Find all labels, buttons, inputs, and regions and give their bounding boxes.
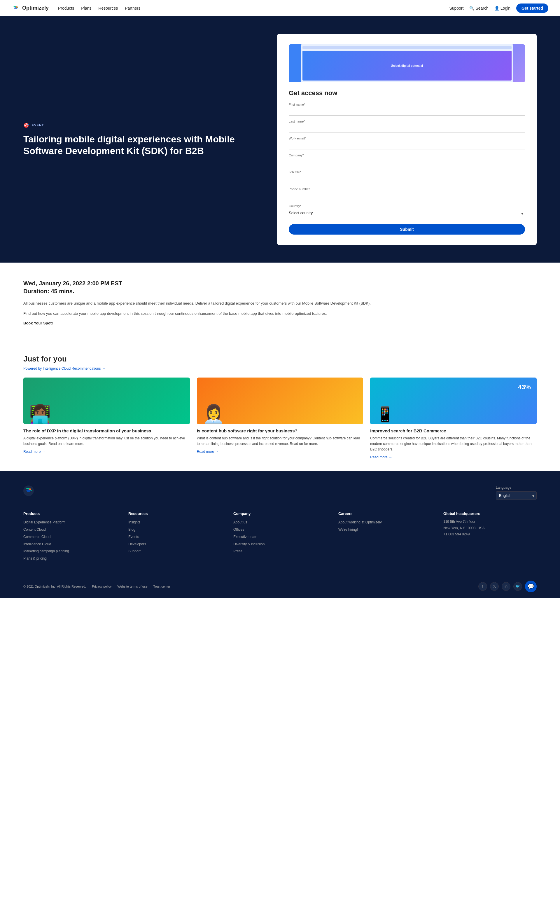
hq-heading: Global headquarters: [443, 512, 537, 516]
svg-point-1: [16, 6, 18, 8]
footer-col-company: Company About us Offices Executive team …: [233, 512, 327, 563]
nav-partners[interactable]: Partners: [125, 6, 140, 10]
card-1: The role of DXP in the digital transform…: [23, 378, 190, 459]
footer-link[interactable]: Marketing campaign planning: [23, 549, 117, 554]
card-2-read-more[interactable]: Read more →: [197, 450, 364, 454]
get-started-button[interactable]: Get started: [516, 3, 548, 13]
chevron-down-icon: ▾: [532, 494, 535, 498]
facebook-icon[interactable]: f: [478, 582, 487, 591]
privacy-policy-link[interactable]: Privacy policy: [92, 585, 111, 588]
nav-resources[interactable]: Resources: [98, 6, 118, 10]
event-icon: 🎯: [23, 123, 30, 128]
last-name-input[interactable]: [289, 124, 525, 132]
first-name-input[interactable]: [289, 107, 525, 116]
footer-link[interactable]: Insights: [128, 520, 222, 525]
footer-link[interactable]: Executive team: [233, 534, 327, 540]
card-2: Is content hub software right for your b…: [197, 378, 364, 459]
language-select[interactable]: English: [496, 491, 537, 500]
navbar-links: Products Plans Resources Partners: [58, 6, 140, 10]
logo-text: Optimizely: [22, 5, 49, 11]
card-1-image: [23, 378, 190, 424]
nav-plans[interactable]: Plans: [81, 6, 91, 10]
twitter-icon[interactable]: 𝕏: [490, 582, 499, 591]
cards-row: The role of DXP in the digital transform…: [23, 378, 537, 459]
hq-address: 119 5th Ave 7th floor New York, NY 10003…: [443, 519, 537, 538]
card-3-title: Improved search for B2B Commerce: [370, 428, 537, 433]
submit-button[interactable]: Submit: [289, 224, 525, 235]
nav-products[interactable]: Products: [58, 6, 74, 10]
footer-link[interactable]: Diversity & inclusion: [233, 542, 327, 547]
card-3-image: 43%: [370, 378, 537, 424]
footer-link[interactable]: We're hiring!: [338, 527, 432, 532]
work-email-label: Work email*: [289, 136, 525, 140]
powered-by-link[interactable]: Powered by Intelligence Cloud Recommenda…: [23, 366, 537, 370]
footer-link[interactable]: Support: [128, 549, 222, 554]
hero-title: Tailoring mobile digital experiences wit…: [23, 134, 260, 157]
footer-col-hq: Global headquarters 119 5th Ave 7th floo…: [443, 512, 537, 563]
job-title-group: Job title*: [289, 170, 525, 183]
card-1-title: The role of DXP in the digital transform…: [23, 428, 190, 433]
footer-link[interactable]: Commerce Cloud: [23, 534, 117, 540]
card-3-desc: Commerce solutions created for B2B Buyer…: [370, 436, 537, 453]
country-group: Country* Select country: [289, 204, 525, 217]
careers-heading: Careers: [338, 512, 432, 516]
job-title-label: Job title*: [289, 170, 525, 174]
chat-button[interactable]: 💬: [525, 580, 537, 592]
preview-image: Unlock digital potential: [289, 44, 525, 82]
footer-link[interactable]: Events: [128, 534, 222, 540]
work-email-input[interactable]: [289, 141, 525, 149]
footer-link[interactable]: Press: [233, 549, 327, 554]
phone-label: Phone number: [289, 187, 525, 191]
footer-link[interactable]: About us: [233, 520, 327, 525]
nav-support[interactable]: Support: [449, 6, 463, 10]
card-2-title: Is content hub software right for your b…: [197, 428, 364, 433]
phone-input[interactable]: [289, 192, 525, 200]
hero-section: 🎯 EVENT Tailoring mobile digital experie…: [0, 16, 560, 262]
footer-link[interactable]: Intelligence Cloud: [23, 542, 117, 547]
nav-search[interactable]: 🔍 Search: [469, 6, 488, 10]
footer-bottom-left: © 2021 Optimizely, Inc. All Rights Reser…: [23, 585, 170, 588]
footer-columns: Products Digital Experience Platform Con…: [23, 512, 537, 563]
trust-center-link[interactable]: Trust center: [153, 585, 170, 588]
footer-link[interactable]: Offices: [233, 527, 327, 532]
footer-link[interactable]: Developers: [128, 542, 222, 547]
footer-link[interactable]: About working at Optimizely: [338, 520, 432, 525]
card-2-desc: What is content hub software and is it t…: [197, 436, 364, 447]
just-for-you-section: Just for you Powered by Intelligence Clo…: [0, 343, 560, 471]
company-group: Company*: [289, 153, 525, 166]
book-spot[interactable]: Book Your Spot!: [23, 321, 537, 325]
company-heading: Company: [233, 512, 327, 516]
footer-link[interactable]: Content Cloud: [23, 527, 117, 532]
phone-group: Phone number: [289, 187, 525, 200]
language-wrap: English ▾: [496, 491, 537, 500]
twitter-bird-icon[interactable]: 🐦: [514, 582, 522, 591]
footer-link[interactable]: Digital Experience Platform: [23, 520, 117, 525]
card-3-read-more[interactable]: Read more →: [370, 455, 537, 459]
user-icon: 👤: [494, 6, 499, 10]
card-1-read-more[interactable]: Read more →: [23, 450, 190, 454]
last-name-label: Last name*: [289, 120, 525, 123]
nav-login[interactable]: 👤 Login: [494, 6, 511, 10]
footer-bottom: © 2021 Optimizely, Inc. All Rights Reser…: [23, 575, 537, 592]
form-panel: Unlock digital potential Get access now …: [277, 34, 537, 245]
linkedin-icon[interactable]: in: [502, 582, 511, 591]
navbar-left: Optimizely Products Plans Resources Part…: [12, 4, 140, 12]
country-select[interactable]: Select country: [289, 209, 525, 217]
card-1-desc: A digital experience platform (DXP) in d…: [23, 436, 190, 447]
event-duration: Duration: 45 mins.: [23, 288, 537, 295]
logo[interactable]: Optimizely: [12, 4, 49, 12]
last-name-group: Last name*: [289, 120, 525, 132]
event-desc-1: All businesses customers are unique and …: [23, 300, 537, 307]
language-selector: Language English ▾: [496, 486, 537, 500]
job-title-input[interactable]: [289, 175, 525, 183]
footer-link[interactable]: Plans & pricing: [23, 556, 117, 561]
preview-browser: Unlock digital potential: [301, 44, 514, 82]
arrow-icon: →: [215, 450, 219, 454]
footer-link[interactable]: Blog: [128, 527, 222, 532]
footer: Language English ▾ Products Digital Expe…: [0, 471, 560, 598]
footer-top: Language English ▾: [23, 486, 537, 500]
company-input[interactable]: [289, 158, 525, 166]
arrow-right-icon: →: [102, 366, 106, 370]
terms-link[interactable]: Website terms of use: [117, 585, 147, 588]
event-info-section: Wed, January 26, 2022 2:00 PM EST Durati…: [0, 262, 560, 343]
